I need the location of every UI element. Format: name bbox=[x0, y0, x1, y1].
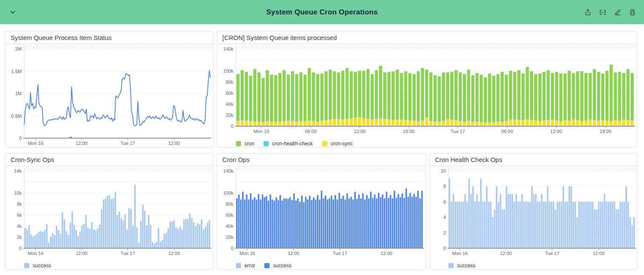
legend-item-cron[interactable]: cron bbox=[236, 141, 254, 147]
svg-text:0: 0 bbox=[231, 124, 233, 129]
svg-text:8: 8 bbox=[443, 184, 446, 189]
svg-text:12:00: 12:00 bbox=[76, 141, 88, 146]
svg-text:4k: 4k bbox=[17, 224, 22, 229]
chart-area[interactable]: 020k40k60k80k100k140kMon 1612:00Tue 1712… bbox=[217, 166, 426, 259]
svg-text:Tue 17: Tue 17 bbox=[545, 251, 559, 256]
legend-swatch bbox=[236, 263, 241, 268]
svg-text:12:00: 12:00 bbox=[550, 129, 562, 134]
legend-swatch bbox=[264, 141, 269, 146]
chart-area[interactable]: 02k4k6k8k10k14kMon 1612:00Tue 1712:00 bbox=[6, 166, 213, 259]
svg-text:12:00: 12:00 bbox=[168, 141, 180, 146]
svg-text:Tue 17: Tue 17 bbox=[333, 251, 347, 256]
svg-text:0: 0 bbox=[19, 246, 22, 251]
svg-text:Tue 17: Tue 17 bbox=[451, 129, 465, 134]
legend-item-success[interactable]: success bbox=[264, 263, 291, 269]
svg-text:12:00: 12:00 bbox=[500, 251, 512, 256]
svg-text:Tue 17: Tue 17 bbox=[121, 251, 135, 256]
stacked-bar-chart: 020k40k60k80k100k140kMon 1612:00Tue 1712… bbox=[217, 167, 426, 258]
svg-text:12:00: 12:00 bbox=[168, 251, 180, 256]
svg-text:100k: 100k bbox=[223, 190, 233, 196]
legend-swatch bbox=[264, 263, 270, 268]
legend-label: cron-sync bbox=[331, 141, 353, 147]
copy-to-dashboard-icon bbox=[599, 9, 607, 16]
dashboard-body: System Queue Process Item Status 00.5M1M… bbox=[0, 24, 644, 269]
svg-text:20k: 20k bbox=[226, 235, 233, 240]
legend-swatch bbox=[24, 263, 29, 268]
legend-label: success bbox=[457, 263, 475, 269]
legend-item-cron-sync[interactable]: cron-sync bbox=[322, 141, 353, 147]
svg-text:40k: 40k bbox=[226, 102, 233, 107]
panel-title: [CRON] System Queue items processed bbox=[217, 31, 637, 44]
chart-area[interactable]: 00.5M1M1.5M2MMon 1612:00Tue 1712:00 bbox=[6, 44, 213, 147]
legend-item-cron-health-check[interactable]: cron-health-check bbox=[264, 141, 312, 147]
svg-text:Mon 16: Mon 16 bbox=[28, 251, 43, 256]
svg-text:12:00: 12:00 bbox=[354, 129, 366, 134]
svg-text:80k: 80k bbox=[226, 79, 233, 85]
svg-text:Tue 17: Tue 17 bbox=[121, 141, 135, 146]
panel-cron-sync-ops: Cron-Sync Ops 02k4k6k8k10k14kMon 1612:00… bbox=[5, 153, 213, 269]
delete-icon bbox=[629, 9, 636, 16]
legend-label: cron bbox=[244, 141, 254, 147]
svg-text:06:00: 06:00 bbox=[501, 129, 513, 134]
svg-text:100k: 100k bbox=[223, 68, 233, 74]
panel-items-processed: [CRON] System Queue items processed 020k… bbox=[217, 31, 637, 147]
header-actions bbox=[583, 8, 637, 17]
panel-cron-ops: Cron Ops 020k40k60k80k100k140kMon 1612:0… bbox=[217, 153, 426, 269]
svg-text:Mon 16: Mon 16 bbox=[452, 251, 468, 256]
svg-text:0: 0 bbox=[19, 136, 22, 141]
svg-text:40k: 40k bbox=[226, 224, 233, 229]
svg-text:6: 6 bbox=[443, 199, 446, 204]
svg-text:2k: 2k bbox=[17, 235, 22, 240]
panel-title: System Queue Process Item Status bbox=[6, 31, 213, 44]
svg-text:2M: 2M bbox=[15, 46, 22, 51]
legend-item-success[interactable]: success bbox=[448, 263, 475, 269]
bar-chart: 02k4k6k8k10k14kMon 1612:00Tue 1712:00 bbox=[6, 167, 213, 258]
chart-area[interactable]: 020k40k60k80k100k140kMon 1606:0012:0018:… bbox=[217, 44, 637, 137]
line-chart: 00.5M1M1.5M2MMon 1612:00Tue 1712:00 bbox=[6, 45, 213, 147]
panel-title: Cron-Sync Ops bbox=[6, 153, 213, 166]
panel-process-item-status: System Queue Process Item Status 00.5M1M… bbox=[5, 31, 213, 147]
svg-text:12:00: 12:00 bbox=[288, 251, 300, 256]
legend-item-success[interactable]: success bbox=[24, 263, 51, 269]
legend-item-error[interactable]: error bbox=[236, 263, 255, 269]
dashboard-header: System Queue Cron Operations bbox=[0, 0, 644, 24]
svg-text:140k: 140k bbox=[223, 46, 233, 51]
svg-text:14k: 14k bbox=[14, 168, 22, 173]
edit-icon bbox=[614, 9, 621, 16]
svg-text:80k: 80k bbox=[226, 201, 233, 207]
svg-text:1M: 1M bbox=[15, 91, 22, 96]
legend-label: error bbox=[244, 263, 255, 269]
stacked-bar-chart: 020k40k60k80k100k140kMon 1606:0012:0018:… bbox=[217, 45, 637, 136]
chart-legend[interactable]: success bbox=[24, 261, 213, 269]
svg-text:Mon 16: Mon 16 bbox=[28, 141, 43, 146]
svg-text:20k: 20k bbox=[226, 113, 233, 118]
svg-text:06:00: 06:00 bbox=[305, 129, 317, 134]
chart-legend[interactable]: errorsuccess bbox=[236, 261, 426, 269]
svg-text:4: 4 bbox=[443, 215, 446, 220]
svg-text:2: 2 bbox=[443, 230, 446, 235]
copy-to-dashboard-button[interactable] bbox=[598, 8, 607, 17]
chart-legend[interactable]: croncron-health-checkcron-sync bbox=[236, 139, 637, 147]
svg-text:8k: 8k bbox=[17, 201, 22, 207]
edit-button[interactable] bbox=[613, 8, 622, 17]
svg-text:Mon 16: Mon 16 bbox=[254, 129, 270, 134]
svg-text:10: 10 bbox=[441, 168, 446, 173]
svg-text:0: 0 bbox=[443, 246, 446, 251]
svg-text:12:00: 12:00 bbox=[76, 251, 88, 256]
svg-text:1.5M: 1.5M bbox=[11, 69, 22, 74]
delete-button[interactable] bbox=[628, 8, 637, 17]
svg-text:0.5M: 0.5M bbox=[11, 113, 22, 119]
chart-area[interactable]: 0246810Mon 1612:00Tue 1712:00 bbox=[430, 166, 637, 259]
export-button[interactable] bbox=[583, 8, 593, 17]
svg-text:0: 0 bbox=[231, 246, 233, 251]
svg-text:10k: 10k bbox=[14, 190, 22, 196]
svg-text:60k: 60k bbox=[226, 91, 233, 96]
svg-text:18:00: 18:00 bbox=[600, 129, 612, 134]
export-icon bbox=[584, 9, 592, 16]
svg-text:12:00: 12:00 bbox=[380, 251, 392, 256]
chart-legend[interactable]: success bbox=[448, 261, 637, 269]
svg-text:140k: 140k bbox=[223, 168, 233, 173]
legend-swatch bbox=[236, 141, 241, 146]
dashboard-title: System Queue Cron Operations bbox=[0, 8, 644, 17]
bar-chart: 0246810Mon 1612:00Tue 1712:00 bbox=[430, 167, 637, 258]
